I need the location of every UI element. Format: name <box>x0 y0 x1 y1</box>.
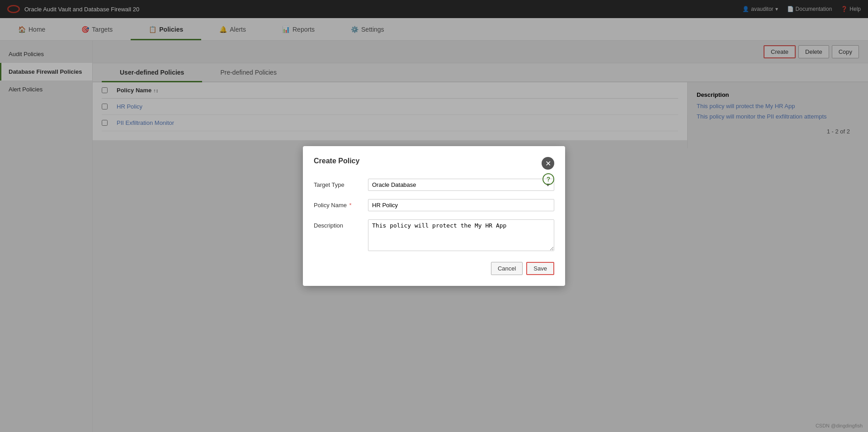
modal-header: Create Policy ✕ <box>314 157 554 170</box>
policy-name-input[interactable] <box>368 199 554 211</box>
target-type-select[interactable]: Oracle DatabaseMySQLSQL ServerPostgreSQL <box>368 179 554 191</box>
description-label: Description <box>314 219 368 229</box>
modal-overlay: Create Policy ✕ ? Target Type Oracle Dat… <box>0 0 868 432</box>
help-circle-icon[interactable]: ? <box>542 173 554 185</box>
create-policy-modal: Create Policy ✕ ? Target Type Oracle Dat… <box>303 146 565 286</box>
description-textarea[interactable]: This policy will protect the My HR App <box>368 219 554 251</box>
description-row: Description This policy will protect the… <box>314 219 554 251</box>
modal-footer: Cancel Save <box>314 262 554 275</box>
modal-close-button[interactable]: ✕ <box>542 157 554 170</box>
target-type-row: Target Type Oracle DatabaseMySQLSQL Serv… <box>314 179 554 191</box>
required-indicator: * <box>349 202 352 209</box>
policy-name-row: Policy Name * <box>314 199 554 211</box>
cancel-button[interactable]: Cancel <box>491 262 523 275</box>
modal-title: Create Policy <box>314 157 359 165</box>
target-type-label: Target Type <box>314 179 368 188</box>
save-button[interactable]: Save <box>526 262 554 275</box>
policy-name-label: Policy Name * <box>314 199 368 209</box>
